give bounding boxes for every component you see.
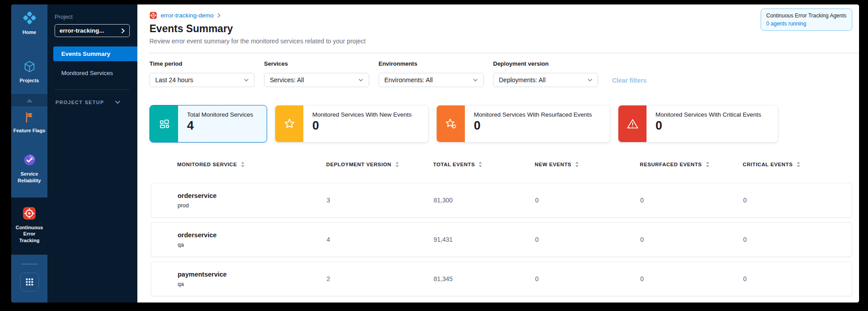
rail-item-label: Home <box>21 29 38 35</box>
breadcrumb: error-tracking-demo <box>149 12 859 19</box>
filter-services: Services Services: All <box>264 60 369 87</box>
module-rail: Home Projects Feature Flags <box>11 4 47 303</box>
chevron-down-icon <box>115 101 120 104</box>
filter-deployment-version: Deployment version Deployments: All <box>493 60 598 87</box>
project-setup-toggle[interactable]: PROJECT SETUP <box>55 100 137 105</box>
rail-item-home[interactable]: Home <box>11 11 47 35</box>
sort-icon <box>241 161 245 168</box>
column-header-resurfaced-events[interactable]: RESURFACED EVENTS <box>640 161 743 168</box>
project-section-label: Project <box>55 13 137 20</box>
resurfaced-events-cell: 0 <box>640 236 743 243</box>
card-accent <box>275 105 303 142</box>
breadcrumb-project-link[interactable]: error-tracking-demo <box>161 12 214 19</box>
service-environment: prod <box>178 202 327 209</box>
chevron-down-icon <box>587 79 592 82</box>
table-row[interactable]: paymentservice qa 2 81,345 0 0 0 <box>151 261 852 296</box>
star-refresh-icon <box>444 117 458 130</box>
column-header-critical-events[interactable]: CRITICAL EVENTS <box>743 161 852 168</box>
column-header-total-events[interactable]: TOTAL EVENTS <box>433 161 535 168</box>
table-row[interactable]: orderservice qa 4 91,431 0 0 0 <box>151 222 852 257</box>
sort-icon <box>478 161 482 168</box>
sidebar-item-monitored-services[interactable]: Monitored Services <box>53 66 137 80</box>
filter-label: Time period <box>149 60 255 69</box>
sidebar-divider <box>55 89 129 90</box>
filter-time-period: Time period Last 24 hours <box>149 60 255 87</box>
card-critical-events[interactable]: Monitored Services With Critical Events … <box>618 105 778 143</box>
card-value: 0 <box>312 119 412 133</box>
app-window: Home Projects Feature Flags <box>11 4 859 303</box>
card-accent <box>618 105 647 142</box>
rail-bottom-section <box>11 255 47 303</box>
column-label: TOTAL EVENTS <box>433 162 475 167</box>
agents-running-link[interactable]: 0 agents running <box>766 21 847 27</box>
column-label: MONITORED SERVICE <box>177 162 237 167</box>
table-header-row: MONITORED SERVICE DEPLOYMENT VERSION TOT… <box>151 155 852 174</box>
card-accent <box>437 105 465 142</box>
module-grid-button[interactable] <box>20 273 39 291</box>
total-events-cell: 91,431 <box>434 236 535 243</box>
card-title: Total Monitored Services <box>187 111 253 118</box>
card-new-events[interactable]: Monitored Services With New Events 0 <box>275 105 429 143</box>
service-environment: qa <box>178 281 327 287</box>
service-name: paymentservice <box>178 271 327 278</box>
page-subtitle: Review error event summary for the monit… <box>149 38 859 45</box>
column-header-deployment-version[interactable]: DEPLOYMENT VERSION <box>326 161 433 168</box>
table-row[interactable]: orderservice prod 3 81,300 0 0 0 <box>151 183 852 218</box>
sort-icon <box>575 161 579 168</box>
agents-panel-title: Continuous Error Tracking Agents <box>766 13 847 19</box>
filter-label: Deployment version <box>493 60 598 69</box>
nav-item-label: Events Summary <box>61 50 111 57</box>
service-name: orderservice <box>178 231 327 239</box>
total-events-cell: 81,345 <box>434 275 535 282</box>
select-value: Deployments: All <box>499 76 545 84</box>
project-selector-value: error-tracking... <box>60 27 104 34</box>
rail-item-label: Service Reliability <box>11 171 47 184</box>
environments-select[interactable]: Environments: All <box>379 73 484 87</box>
column-header-new-events[interactable]: NEW EVENTS <box>535 161 640 168</box>
services-select[interactable]: Services: All <box>264 73 369 87</box>
chevron-down-icon <box>473 79 478 82</box>
sort-icon <box>706 161 710 168</box>
agents-panel[interactable]: Continuous Error Tracking Agents 0 agent… <box>761 8 852 31</box>
service-environment: qa <box>178 242 327 248</box>
rail-collapse-button[interactable] <box>11 95 47 106</box>
project-setup-label: PROJECT SETUP <box>55 100 104 105</box>
project-nav: Events Summary Monitored Services <box>47 46 137 80</box>
select-value: Environments: All <box>384 76 433 84</box>
card-accent <box>150 105 178 142</box>
harness-logo-icon <box>22 11 37 27</box>
sidebar-item-events-summary[interactable]: Events Summary <box>53 46 137 61</box>
chevron-down-icon <box>358 79 363 82</box>
service-cell: orderservice qa <box>178 231 327 248</box>
project-sidebar: Project error-tracking... Events Summary… <box>47 4 137 303</box>
rail-item-continuous-error-tracking[interactable]: Continuous Error Tracking <box>11 206 47 244</box>
rail-item-service-reliability[interactable]: Service Reliability <box>11 153 47 184</box>
chevron-right-icon <box>217 13 221 18</box>
main-content: error-tracking-demo Events Summary Revie… <box>137 4 859 303</box>
error-tracking-target-icon <box>22 206 36 222</box>
events-table: MONITORED SERVICE DEPLOYMENT VERSION TOT… <box>151 155 852 296</box>
deployments-select[interactable]: Deployments: All <box>493 73 598 87</box>
clear-filters-button[interactable]: Clear filters <box>612 77 647 84</box>
filter-label: Services <box>264 60 369 69</box>
card-total-monitored-services[interactable]: Total Monitored Services 4 <box>149 105 267 143</box>
summary-cards: Total Monitored Services 4 Monitored Ser… <box>149 105 859 143</box>
triangle-up-icon <box>26 99 33 102</box>
filter-label: Environments <box>379 60 484 69</box>
column-header-monitored-service[interactable]: MONITORED SERVICE <box>177 161 326 168</box>
chevron-down-icon <box>244 79 249 82</box>
time-period-select[interactable]: Last 24 hours <box>149 73 255 87</box>
reliability-gauge-icon <box>23 153 36 168</box>
total-events-cell: 81,300 <box>434 197 535 204</box>
resurfaced-events-cell: 0 <box>640 197 743 204</box>
card-value: 4 <box>187 119 253 133</box>
rail-modules-section: Feature Flags Service Reliability <box>11 95 47 198</box>
cube-icon <box>23 60 36 75</box>
filter-environments: Environments Environments: All <box>379 60 484 87</box>
rail-item-label: Feature Flags <box>12 127 47 134</box>
project-selector[interactable]: error-tracking... <box>55 24 130 37</box>
column-label: DEPLOYMENT VERSION <box>326 162 391 167</box>
card-resurfaced-events[interactable]: Monitored Services With Resurfaced Event… <box>436 105 610 143</box>
rail-item-feature-flags[interactable]: Feature Flags <box>11 111 47 134</box>
rail-item-projects[interactable]: Projects <box>11 60 47 84</box>
